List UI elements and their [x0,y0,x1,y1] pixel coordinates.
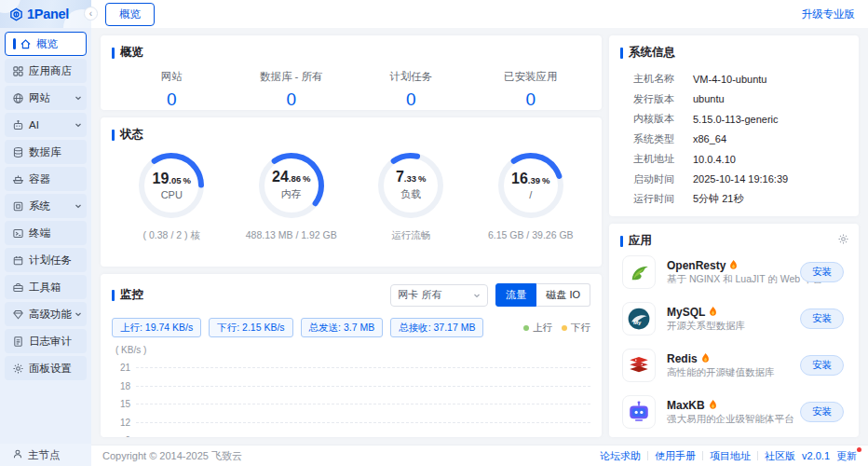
sidebar-item-label: 网站 [29,91,50,105]
downstream-rate-tag: 下行: 2.15 KB/s [209,318,292,337]
traffic-tab[interactable]: 流量 [495,283,536,307]
overview-title: 概览 [112,45,590,61]
info-row-boot-time: 启动时间2025-10-14 19:16:39 [620,170,848,190]
sidebar: 1Panel 概览 应用商店 网站 AI [0,0,91,466]
sidebar-item-label: AI [29,119,39,130]
info-row-arch: 系统类型x86_64 [620,130,848,150]
memory-dial: 24.86%内存 [256,150,327,221]
sidebar-item-website[interactable]: 网站 [5,86,87,110]
app-name: Redis [667,352,698,365]
maxkb-logo [622,395,656,429]
sidebar-item-logs[interactable]: 日志审计 [5,329,87,353]
sidebar-item-cronjob[interactable]: 计划任务 [5,248,87,272]
stat-websites: 网站0 [112,70,232,110]
system-icon [12,200,24,212]
edition-link[interactable]: 社区版 [765,449,795,463]
stat-value[interactable]: 0 [112,89,232,110]
legend-down[interactable]: 下行 [562,322,590,335]
traffic-chart: ( KB/s ) 21 18 15 12 9 [112,345,590,437]
sidebar-item-advanced[interactable]: 高级功能 [5,302,87,326]
hot-flame-icon [729,260,738,270]
legend-up[interactable]: 上行 [523,322,552,335]
app-description: 强大易用的企业级智能体平台 [667,413,794,424]
app-row-redis: Redis 高性能的开源键值数据库 安装 [620,342,848,389]
apps-settings-gear-icon[interactable] [837,233,849,245]
chevron-down-icon [75,310,82,318]
disk-io-tab[interactable]: 磁盘 IO [536,283,590,307]
total-sent-tag: 总发送: 3.7 MB [301,318,384,337]
y-tick: 21 [115,363,136,373]
stat-databases: 数据库 - 所有0 [232,70,352,110]
info-row-ip: 主机地址10.0.4.10 [620,149,848,170]
logo[interactable]: 1Panel [0,0,91,28]
logo-hexagon-icon [9,7,23,21]
sidebar-item-ai[interactable]: AI [5,113,87,137]
install-button-redis[interactable]: 安装 [800,355,844,376]
node-selector[interactable]: 主节点 [0,444,91,466]
sidebar-item-appstore[interactable]: 应用商店 [5,59,87,83]
system-info-title: 系统信息 [620,45,848,61]
settings-gear-icon [12,363,24,375]
tab-overview[interactable]: 概览 [105,3,155,26]
logs-icon [12,336,24,348]
sidebar-collapse-button[interactable]: ‹ [84,7,98,21]
memory-detail: 488.13 MB / 1.92 GB [246,229,337,240]
stat-value[interactable]: 0 [232,89,352,110]
title-accent-bar [620,236,623,247]
left-column: 概览 网站0 数据库 - 所有0 计划任务0 已安装应用0 状态 [101,35,602,437]
hot-flame-icon [709,307,717,317]
chart-unit-label: ( KB/s ) [115,345,590,355]
sidebar-item-container[interactable]: 容器 [5,167,87,191]
cpu-detail: ( 0.38 / 2 ) 核 [143,229,200,242]
right-column: 系统信息 主机名称VM-4-10-ubuntu 发行版本ubuntu 内核版本5… [609,35,859,437]
gauge-disk-root: 16.39%/ 6.15 GB / 39.26 GB [471,150,591,242]
monitor-title: 监控 [112,287,143,303]
app-name: OpenResty [667,259,726,272]
forum-help-link[interactable]: 论坛求助 [600,449,641,463]
version-text: v2.0.1 [802,450,830,461]
advanced-icon [12,308,24,321]
content: 概览 网站0 数据库 - 所有0 计划任务0 已安装应用0 状态 [91,28,868,445]
status-gauges: 19.05%CPU ( 0.38 / 2 ) 核 24.86%内存 488.13… [112,150,590,242]
sidebar-item-toolbox[interactable]: 工具箱 [5,275,87,299]
update-link[interactable]: 更新 [836,449,857,463]
install-button-maxkb[interactable]: 安装 [800,402,844,422]
sidebar-item-system[interactable]: 系统 [5,194,87,218]
title-accent-bar [112,48,115,59]
info-row-distribution: 发行版本ubuntu [620,89,848,110]
chevron-down-icon [473,292,481,299]
chart-legend: 上行 下行 [523,322,590,335]
title-accent-bar [620,48,623,59]
gauge-load: 7.33%负载 运行流畅 [351,150,471,242]
overview-card: 概览 网站0 数据库 - 所有0 计划任务0 已安装应用0 [101,35,602,110]
chevron-down-icon [75,94,82,102]
sidebar-item-label: 计划任务 [29,254,72,267]
stat-value[interactable]: 0 [351,89,471,110]
footer-links: 论坛求助 使用手册 项目地址 社区版 v2.0.1 更新 [600,449,857,463]
sidebar-item-database[interactable]: 数据库 [5,140,87,164]
cpu-dial: 19.05%CPU [136,150,207,221]
sidebar-item-overview[interactable]: 概览 [5,32,87,56]
website-icon [12,92,24,104]
sidebar-item-label: 高级功能 [29,308,72,322]
sidebar-item-label: 概览 [36,37,58,51]
redis-logo [622,349,656,382]
upgrade-pro-link[interactable]: 升级专业版 [802,7,856,21]
nic-select[interactable]: 网卡 所有 [390,284,488,307]
container-icon [12,173,24,185]
stat-value[interactable]: 0 [471,89,591,110]
hot-flame-icon [701,353,710,363]
app-description: 开源关系型数据库 [667,320,745,331]
manual-link[interactable]: 使用手册 [655,449,696,463]
install-button-mysql[interactable]: 安装 [800,308,844,329]
apps-card: 应用 OpenResty 基于 NGINX 和 LuaJIT 的 Web 平台 … [609,224,859,437]
ai-icon [12,119,24,131]
main-area: 概览 升级专业版 概览 网站0 数据库 - 所有0 计划任务0 已安装应用0 状… [91,0,868,466]
sidebar-item-settings[interactable]: 面板设置 [5,356,87,380]
home-icon [20,38,32,50]
sidebar-item-terminal[interactable]: 终端 [5,221,87,245]
chevron-down-icon [75,202,82,210]
user-icon [12,448,23,461]
project-link[interactable]: 项目地址 [710,449,751,463]
install-button-openresty[interactable]: 安装 [800,262,844,282]
